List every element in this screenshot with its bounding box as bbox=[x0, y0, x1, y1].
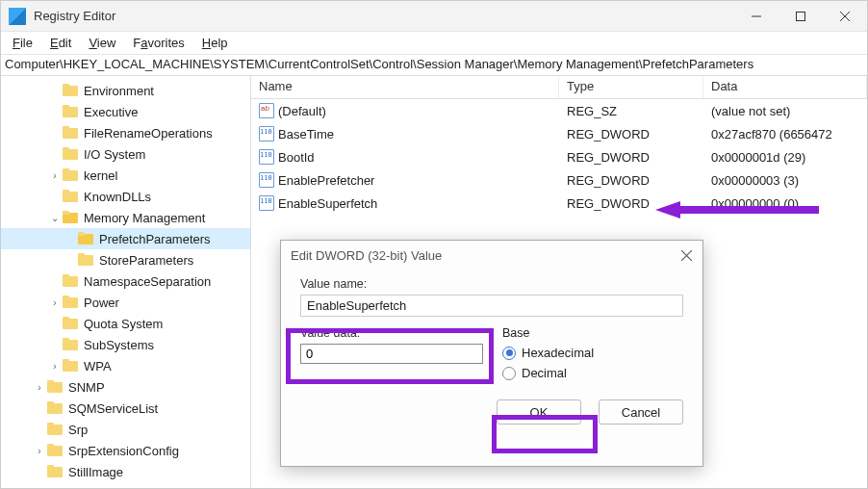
value-name: (Default) bbox=[278, 104, 326, 118]
tree-item-kernel[interactable]: ›kernel bbox=[1, 165, 250, 186]
tree-item-srp[interactable]: Srp bbox=[1, 419, 250, 440]
tree-item-label: SubSystems bbox=[82, 338, 156, 352]
tree-item-storeparameters[interactable]: StoreParameters bbox=[1, 249, 250, 270]
reg-dword-icon bbox=[259, 195, 274, 211]
folder-icon bbox=[78, 253, 93, 267]
radio-decimal[interactable]: Decimal bbox=[502, 366, 683, 380]
tree-item-label: Environment bbox=[82, 84, 156, 98]
col-type[interactable]: Type bbox=[559, 76, 703, 98]
list-row[interactable]: BootIdREG_DWORD0x0000001d (29) bbox=[251, 145, 867, 168]
svg-rect-1 bbox=[797, 12, 805, 20]
chevron-right-icon[interactable]: › bbox=[32, 446, 47, 456]
tree-item-srpextensionconfig[interactable]: ›SrpExtensionConfig bbox=[1, 440, 250, 461]
chevron-down-icon[interactable]: ⌄ bbox=[47, 213, 63, 223]
value-type: REG_DWORD bbox=[559, 127, 703, 142]
svg-marker-4 bbox=[655, 201, 819, 219]
tree-item-wpa[interactable]: ›WPA bbox=[1, 355, 250, 376]
hex-label: Hexadecimal bbox=[522, 346, 594, 360]
tree-item-label: StoreParameters bbox=[97, 253, 195, 268]
folder-icon bbox=[47, 465, 63, 478]
folder-icon bbox=[63, 296, 78, 309]
value-type: REG_DWORD bbox=[559, 150, 703, 165]
tree-item-environment[interactable]: Environment bbox=[1, 80, 250, 101]
tree-item-label: I/O System bbox=[82, 147, 147, 162]
value-name: BaseTime bbox=[278, 127, 334, 142]
tree-item-stillimage[interactable]: StillImage bbox=[1, 461, 250, 482]
value-type: REG_DWORD bbox=[559, 173, 703, 188]
value-data: 0x27acf870 (6656472 bbox=[703, 127, 867, 142]
tree-item-filerenameoperations[interactable]: FileRenameOperations bbox=[1, 122, 250, 143]
chevron-right-icon[interactable]: › bbox=[47, 297, 63, 308]
maximize-button[interactable] bbox=[779, 1, 823, 32]
window-title: Registry Editor bbox=[34, 9, 734, 23]
edit-dword-dialog: Edit DWORD (32-bit) Value Value name: En… bbox=[280, 240, 703, 467]
folder-icon bbox=[63, 168, 78, 182]
tree-item-prefetchparameters[interactable]: PrefetchParameters bbox=[1, 228, 250, 249]
folder-icon bbox=[63, 190, 78, 203]
value-name-field[interactable]: EnableSuperfetch bbox=[300, 295, 683, 317]
list-rows: (Default)REG_SZ(value not set)BaseTimeRE… bbox=[251, 99, 867, 215]
col-data[interactable]: Data bbox=[703, 76, 867, 98]
chevron-right-icon[interactable]: › bbox=[47, 361, 63, 372]
tree-item-namespaceseparation[interactable]: NamespaceSeparation bbox=[1, 270, 250, 292]
close-button[interactable] bbox=[823, 1, 867, 32]
list-row[interactable]: (Default)REG_SZ(value not set) bbox=[251, 99, 867, 122]
tree-item-label: Power bbox=[82, 296, 121, 310]
chevron-right-icon[interactable]: › bbox=[32, 382, 47, 393]
tree-item-subsystems[interactable]: SubSystems bbox=[1, 334, 250, 355]
radio-dot-icon bbox=[502, 347, 516, 360]
dec-label: Decimal bbox=[522, 366, 567, 380]
tree-item-label: Executive bbox=[82, 105, 140, 119]
folder-icon bbox=[47, 380, 63, 394]
radio-hexadecimal[interactable]: Hexadecimal bbox=[502, 346, 683, 360]
menu-file[interactable]: File bbox=[5, 34, 40, 52]
folder-icon bbox=[63, 105, 78, 118]
chevron-right-icon[interactable]: › bbox=[47, 170, 63, 181]
menu-help[interactable]: Help bbox=[194, 34, 236, 52]
list-row[interactable]: EnablePrefetcherREG_DWORD0x00000003 (3) bbox=[251, 168, 867, 192]
menu-edit[interactable]: Edit bbox=[42, 34, 79, 52]
tree-item-sqmservicelist[interactable]: SQMServiceList bbox=[1, 398, 250, 419]
reg-dword-icon bbox=[259, 149, 274, 165]
tree-item-executive[interactable]: Executive bbox=[1, 101, 250, 122]
titlebar: Registry Editor bbox=[1, 1, 867, 32]
value-data-input[interactable] bbox=[300, 344, 483, 364]
cancel-button[interactable]: Cancel bbox=[599, 399, 683, 425]
tree-item-label: SrpExtensionConfig bbox=[66, 444, 181, 458]
tree-item-label: SNMP bbox=[66, 380, 107, 395]
folder-icon bbox=[63, 359, 78, 373]
tree-item-knowndlls[interactable]: KnownDLLs bbox=[1, 186, 250, 207]
tree-item-i-o-system[interactable]: I/O System bbox=[1, 143, 250, 165]
list-header: Name Type Data bbox=[251, 76, 867, 99]
tree-item-snmp[interactable]: ›SNMP bbox=[1, 376, 250, 398]
tree-item-quota-system[interactable]: Quota System bbox=[1, 313, 250, 334]
address-bar[interactable]: Computer\HKEY_LOCAL_MACHINE\SYSTEM\Curre… bbox=[1, 55, 867, 76]
value-name: BootId bbox=[278, 150, 315, 165]
value-data-label: Value data: bbox=[300, 326, 483, 340]
value-name: EnablePrefetcher bbox=[278, 173, 374, 188]
col-name[interactable]: Name bbox=[251, 76, 559, 98]
ok-button[interactable]: OK bbox=[497, 399, 581, 425]
tree-item-label: Srp bbox=[66, 423, 89, 437]
tree-panel[interactable]: EnvironmentExecutiveFileRenameOperations… bbox=[1, 76, 251, 489]
minimize-button[interactable] bbox=[734, 1, 779, 32]
arrow-annotation bbox=[655, 201, 819, 219]
value-name-label: Value name: bbox=[300, 277, 683, 291]
folder-icon bbox=[63, 211, 78, 224]
folder-icon bbox=[63, 274, 78, 288]
tree-item-memory-management[interactable]: ⌄Memory Management bbox=[1, 207, 250, 228]
tree-item-label: Memory Management bbox=[82, 211, 207, 225]
folder-icon bbox=[47, 444, 63, 457]
tree-item-label: KnownDLLs bbox=[82, 190, 153, 204]
value-data: (value not set) bbox=[703, 104, 867, 118]
menubar: File Edit View Favorites Help bbox=[1, 32, 867, 55]
menu-view[interactable]: View bbox=[81, 34, 123, 52]
dialog-title: Edit DWORD (32-bit) Value bbox=[281, 241, 702, 270]
radio-empty-icon bbox=[502, 367, 516, 380]
reg-dword-icon bbox=[259, 172, 274, 188]
menu-favorites[interactable]: Favorites bbox=[125, 34, 191, 52]
tree-item-power[interactable]: ›Power bbox=[1, 292, 250, 313]
list-row[interactable]: BaseTimeREG_DWORD0x27acf870 (6656472 bbox=[251, 122, 867, 145]
dialog-close-button[interactable] bbox=[676, 245, 697, 265]
folder-icon bbox=[47, 401, 63, 415]
